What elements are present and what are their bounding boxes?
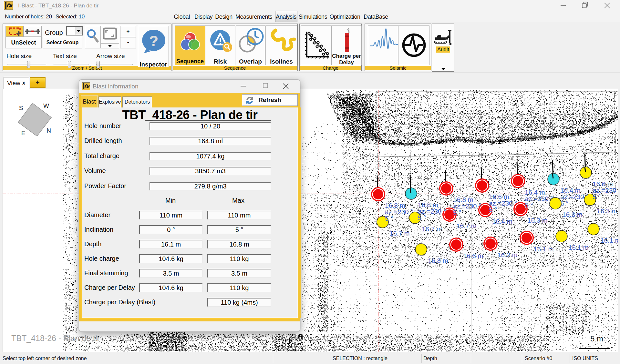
svg-text:5 °: 5 ° — [418, 214, 426, 221]
svg-text:E: E — [21, 130, 26, 136]
svg-text:16.7 m: 16.7 m — [389, 229, 410, 237]
svg-text:16.2 m: 16.2 m — [497, 251, 518, 258]
svg-text:16.6 m: 16.6 m — [463, 252, 483, 259]
svg-text:16.7 m: 16.7 m — [456, 222, 477, 229]
svg-text:5 °: 5 ° — [385, 215, 393, 222]
svg-text:5 m: 5 m — [590, 334, 603, 343]
svg-text:16.3 m: 16.3 m — [597, 207, 617, 215]
svg-text:16.7 m: 16.7 m — [422, 225, 442, 233]
svg-text:16.1 m: 16.1 m — [533, 245, 554, 253]
svg-text:16.3 m: 16.3 m — [527, 217, 548, 224]
svg-text:5 °: 5 ° — [560, 199, 568, 207]
svg-text:W: W — [43, 102, 49, 109]
svg-text:16.4 m: 16.4 m — [492, 217, 512, 225]
svg-text:N: N — [46, 127, 51, 134]
svg-text:5 °: 5 ° — [489, 206, 497, 213]
svg-text:16.1 m: 16.1 m — [568, 244, 589, 251]
svg-text:5 °: 5 ° — [593, 193, 601, 200]
svg-text:16.8 m: 16.8 m — [428, 257, 448, 264]
svg-text:16.3 m: 16.3 m — [562, 211, 583, 218]
svg-text:5 °: 5 ° — [525, 201, 533, 209]
svg-text:S: S — [19, 105, 23, 111]
svg-text:16.1 m: 16.1 m — [600, 237, 618, 244]
svg-text:5 °: 5 ° — [453, 209, 461, 216]
svg-text:TBT_418-26 - Plan de tir: TBT_418-26 - Plan de tir — [11, 334, 100, 343]
svg-text:?: ? — [149, 32, 159, 49]
